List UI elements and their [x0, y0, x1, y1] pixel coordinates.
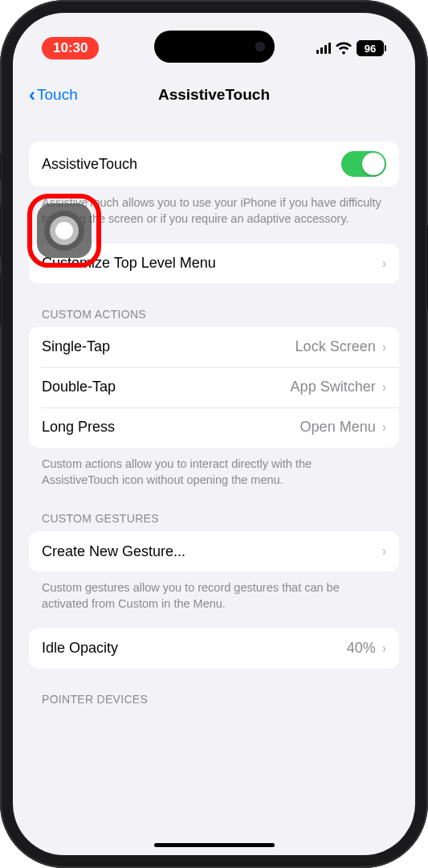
wifi-icon — [336, 42, 352, 55]
status-time[interactable]: 10:30 — [42, 37, 99, 59]
battery-level: 96 — [365, 43, 376, 54]
mute-switch — [0, 153, 1, 180]
chevron-right-icon: › — [382, 340, 386, 354]
row-label: Long Press — [42, 419, 300, 436]
row-assistivetouch-toggle[interactable]: AssistiveTouch — [29, 141, 399, 186]
volume-up-button — [0, 205, 1, 258]
volume-down-button — [0, 273, 1, 326]
row-create-new-gesture[interactable]: Create New Gesture... › — [29, 531, 399, 571]
status-right: 96 — [316, 40, 386, 56]
group-custom-actions: Single-Tap Lock Screen › Double-Tap App … — [29, 327, 399, 448]
row-idle-opacity[interactable]: Idle Opacity 40% › — [29, 628, 399, 669]
screen: 10:30 96 ‹ Touch — [13, 13, 415, 855]
row-label: Create New Gesture... — [42, 543, 376, 560]
row-value: Lock Screen — [296, 338, 376, 355]
row-label: Double-Tap — [42, 379, 291, 395]
custom-actions-footer: Custom actions allow you to interact dir… — [42, 456, 386, 489]
battery-cap-icon — [385, 45, 386, 51]
chevron-right-icon: › — [382, 641, 386, 656]
row-value: App Switcher — [291, 379, 376, 395]
chevron-right-icon: › — [382, 256, 386, 271]
custom-gestures-footer: Custom gestures allow you to record gest… — [42, 579, 386, 612]
chevron-right-icon: › — [382, 420, 386, 435]
chevron-left-icon: ‹ — [29, 85, 35, 104]
back-button[interactable]: ‹ Touch — [29, 77, 78, 113]
row-long-press[interactable]: Long Press Open Menu › — [29, 407, 399, 448]
dynamic-island — [154, 31, 275, 63]
navbar: ‹ Touch AssistiveTouch — [13, 77, 415, 113]
chevron-right-icon: › — [382, 380, 386, 395]
chevron-right-icon: › — [382, 544, 386, 559]
row-value: 40% — [347, 640, 376, 657]
row-label: AssistiveTouch — [42, 156, 341, 173]
group-main-toggle: AssistiveTouch — [29, 141, 399, 186]
row-value: Open Menu — [300, 419, 376, 436]
assistivetouch-floating-button[interactable] — [37, 203, 92, 258]
back-label: Touch — [37, 86, 78, 104]
section-header-custom-actions: CUSTOM ACTIONS — [42, 308, 386, 321]
device-frame: 10:30 96 ‹ Touch — [0, 0, 428, 868]
row-label: Idle Opacity — [42, 640, 347, 657]
group-idle-opacity: Idle Opacity 40% › — [29, 628, 399, 669]
row-label: Single-Tap — [42, 338, 296, 355]
group-custom-gestures: Create New Gesture... › — [29, 531, 399, 571]
assistivetouch-overlay-highlight — [27, 194, 101, 268]
section-header-pointer-devices: POINTER DEVICES — [42, 693, 386, 706]
home-indicator[interactable] — [154, 843, 275, 847]
cellular-icon — [316, 43, 331, 54]
section-header-custom-gestures: CUSTOM GESTURES — [42, 512, 386, 525]
battery-icon: 96 — [357, 40, 384, 56]
front-camera-icon — [255, 42, 265, 51]
toggle-on-icon[interactable] — [341, 151, 386, 177]
row-double-tap[interactable]: Double-Tap App Switcher › — [29, 367, 399, 407]
row-single-tap[interactable]: Single-Tap Lock Screen › — [29, 327, 399, 367]
page-title: AssistiveTouch — [158, 86, 270, 104]
